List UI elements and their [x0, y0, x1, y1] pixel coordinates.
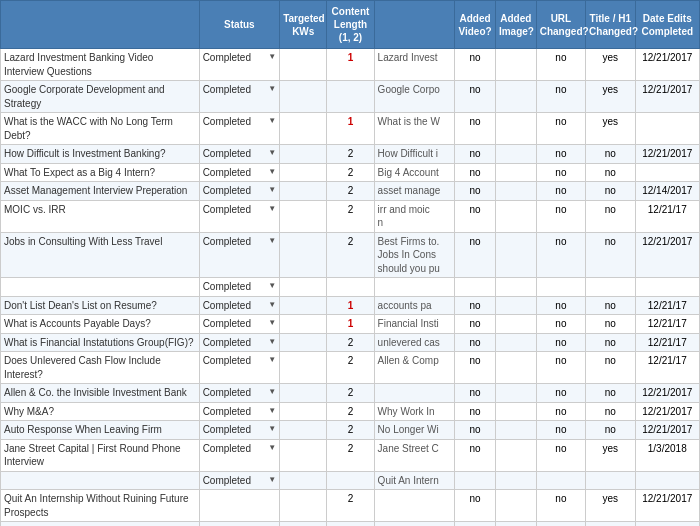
cell-kws	[280, 315, 327, 334]
cell-title-changed	[586, 278, 635, 297]
dropdown-arrow-icon[interactable]: ▼	[268, 167, 276, 178]
cell-status[interactable]: Completed▼	[199, 81, 280, 113]
dropdown-arrow-icon[interactable]: ▼	[268, 204, 276, 215]
cell-status[interactable]: Completed▼	[199, 402, 280, 421]
cell-title-changed: no	[586, 333, 635, 352]
cell-content: Lazard Invest	[374, 49, 455, 81]
dropdown-arrow-icon[interactable]: ▼	[268, 84, 276, 95]
cell-date: 12/21/2017	[635, 49, 700, 81]
cell-status[interactable]: Completed▼	[199, 522, 280, 527]
cell-url: no	[536, 315, 585, 334]
cell-status[interactable]: Completed▼	[199, 182, 280, 201]
status-text: Completed	[203, 386, 251, 400]
cell-kws	[280, 296, 327, 315]
cell-kws	[280, 421, 327, 440]
status-text: Completed	[203, 115, 251, 129]
dropdown-arrow-icon[interactable]: ▼	[268, 406, 276, 417]
cell-video: no	[455, 315, 496, 334]
cell-kws	[280, 113, 327, 145]
cell-video: no	[455, 421, 496, 440]
status-text: Completed	[203, 184, 251, 198]
cell-content	[374, 384, 455, 403]
cell-title-changed: no	[586, 232, 635, 278]
dropdown-arrow-icon[interactable]: ▼	[268, 318, 276, 329]
cell-date: 12/21/2017	[635, 81, 700, 113]
cell-status[interactable]: Completed▼	[199, 200, 280, 232]
table-row: MOIC vs. IRRCompleted▼2irr and moicnnono…	[1, 200, 700, 232]
dropdown-arrow-icon[interactable]: ▼	[268, 337, 276, 348]
cell-url: no	[536, 522, 585, 527]
cell-content: Financial Insti	[374, 315, 455, 334]
cell-image	[495, 182, 536, 201]
cell-video: no	[455, 49, 496, 81]
cell-date: 12/21/2017	[635, 402, 700, 421]
table-row: What is Accounts Payable Days?Completed▼…	[1, 315, 700, 334]
cell-url: no	[536, 182, 585, 201]
dropdown-arrow-icon[interactable]: ▼	[268, 355, 276, 366]
cell-status[interactable]: Completed▼	[199, 232, 280, 278]
status-text: Completed	[203, 405, 251, 419]
cell-status[interactable]: Completed▼	[199, 163, 280, 182]
dropdown-arrow-icon[interactable]: ▼	[268, 236, 276, 247]
cell-status[interactable]: Completed▼	[199, 471, 280, 490]
cell-date: 12/14/2017	[635, 182, 700, 201]
table-row: Quit An Internship Without Ruining Futur…	[1, 490, 700, 522]
cell-image	[495, 421, 536, 440]
cell-length: 2	[327, 402, 374, 421]
cell-status[interactable]: Completed▼	[199, 315, 280, 334]
cell-title-changed: no	[586, 421, 635, 440]
dropdown-arrow-icon[interactable]: ▼	[268, 281, 276, 292]
cell-status[interactable]: Completed▼	[199, 352, 280, 384]
header-image: Added Image?	[495, 1, 536, 49]
cell-title: What is the WACC with No Long Term Debt?	[1, 113, 200, 145]
dropdown-arrow-icon[interactable]: ▼	[268, 387, 276, 398]
cell-status[interactable]: Completed▼	[199, 421, 280, 440]
status-text: Completed	[203, 147, 251, 161]
cell-status[interactable]: Completed▼	[199, 145, 280, 164]
cell-title-changed: yes	[586, 490, 635, 522]
dropdown-arrow-icon[interactable]: ▼	[268, 300, 276, 311]
cell-title-changed: yes	[586, 439, 635, 471]
table-row: Asset Management Interview PreperationCo…	[1, 182, 700, 201]
dropdown-arrow-icon[interactable]: ▼	[268, 475, 276, 486]
cell-status[interactable]	[199, 490, 280, 522]
cell-content: Allen & Comp	[374, 352, 455, 384]
cell-video: no	[455, 522, 496, 527]
cell-length: 2	[327, 182, 374, 201]
cell-title-changed: no	[586, 145, 635, 164]
table-row: Does Unlevered Cash Flow Include Interes…	[1, 352, 700, 384]
cell-video: no	[455, 296, 496, 315]
cell-status[interactable]: Completed▼	[199, 49, 280, 81]
cell-image	[495, 439, 536, 471]
cell-status[interactable]: Completed▼	[199, 384, 280, 403]
dropdown-arrow-icon[interactable]: ▼	[268, 52, 276, 63]
cell-content: No Longer Wi	[374, 421, 455, 440]
cell-title: What is Financial Instatutions Group(FIG…	[1, 333, 200, 352]
cell-video	[455, 278, 496, 297]
cell-length: 2	[327, 145, 374, 164]
cell-title-changed: no	[586, 384, 635, 403]
dropdown-arrow-icon[interactable]: ▼	[268, 424, 276, 435]
cell-title	[1, 471, 200, 490]
cell-content: Why Work In	[374, 402, 455, 421]
cell-status[interactable]: Completed▼	[199, 439, 280, 471]
cell-url: no	[536, 384, 585, 403]
cell-status[interactable]: Completed▼	[199, 113, 280, 145]
cell-date: 12/21/2017	[635, 490, 700, 522]
dropdown-arrow-icon[interactable]: ▼	[268, 116, 276, 127]
status-text: Completed	[203, 336, 251, 350]
cell-date: 12/21/2017	[635, 384, 700, 403]
cell-date	[635, 113, 700, 145]
cell-length: 1	[327, 315, 374, 334]
cell-status[interactable]: Completed▼	[199, 333, 280, 352]
dropdown-arrow-icon[interactable]: ▼	[268, 148, 276, 159]
cell-status[interactable]: Completed▼	[199, 296, 280, 315]
cell-url: no	[536, 439, 585, 471]
dropdown-arrow-icon[interactable]: ▼	[268, 443, 276, 454]
cell-kws	[280, 145, 327, 164]
table-row: Completed▼	[1, 278, 700, 297]
cell-date: 12/21/17	[635, 333, 700, 352]
cell-status[interactable]: Completed▼	[199, 278, 280, 297]
cell-date	[635, 278, 700, 297]
dropdown-arrow-icon[interactable]: ▼	[268, 185, 276, 196]
